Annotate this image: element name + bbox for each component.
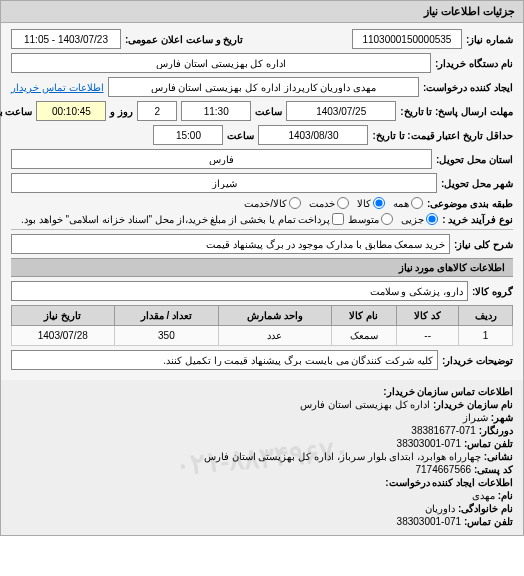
radio-goods[interactable]: کالا <box>357 197 385 209</box>
validity-date-input[interactable] <box>258 125 368 145</box>
contact-req-phone: 071-38303001 <box>397 516 462 527</box>
need-number-input[interactable] <box>352 29 462 49</box>
items-section-title: اطلاعات کالاهای مورد نیاز <box>11 258 513 277</box>
radio-minor[interactable]: جزیی <box>401 213 438 225</box>
cell-qty: 350 <box>114 326 219 346</box>
contact-name: مهدی <box>472 490 495 501</box>
contact-lastname: داوریان <box>425 503 455 514</box>
buyer-org-input[interactable] <box>11 53 431 73</box>
contact-address-label: نشانی: <box>484 451 513 462</box>
category-radio-group: همه کالا خدمت کالا/خدمت <box>244 197 423 209</box>
row-buyer-note: توضیحات خریدار: <box>11 350 513 370</box>
category-label: طبقه بندی موضوعی: <box>427 198 513 209</box>
contact-section: ۰۲۱-۸۸۳۴۹۶۷۰ اطلاعات تماس سازمان خریدار:… <box>1 380 523 535</box>
goods-group-label: گروه کالا: <box>472 286 513 297</box>
treasury-checkbox[interactable]: پرداخت تمام یا بخشی از مبلغ خرید،از محل … <box>21 213 344 225</box>
buyer-org-label: نام دستگاه خریدار: <box>435 58 513 69</box>
th-name: نام کالا <box>331 306 397 326</box>
th-date: تاریخ نیاز <box>12 306 115 326</box>
need-number-label: شماره نیاز: <box>466 34 513 45</box>
requester-section-title: اطلاعات ایجاد کننده درخواست: <box>385 477 513 488</box>
contact-city: شیراز <box>463 412 488 423</box>
th-code: کد کالا <box>397 306 459 326</box>
row-need-number: شماره نیاز: تاریخ و ساعت اعلان عمومی: <box>11 29 513 49</box>
buy-type-label: نوع فرآیند خرید : <box>442 214 513 225</box>
th-unit: واحد شمارش <box>219 306 331 326</box>
row-need-desc: شرح کلی نیاز: <box>11 234 513 254</box>
table-header-row: ردیف کد کالا نام کالا واحد شمارش تعداد /… <box>12 306 513 326</box>
deadline-date-input[interactable] <box>286 101 396 121</box>
deadline-time-label: ساعت <box>255 106 282 117</box>
need-desc-label: شرح کلی نیاز: <box>454 239 513 250</box>
buy-type-radio-group: جزیی متوسط <box>348 213 438 225</box>
row-province: استان محل تحویل: <box>11 149 513 169</box>
cell-row: 1 <box>459 326 513 346</box>
city-input[interactable] <box>11 173 437 193</box>
cell-code: -- <box>397 326 459 346</box>
buyer-contact-link[interactable]: اطلاعات تماس خریدار <box>11 82 104 93</box>
goods-group-input[interactable] <box>11 281 468 301</box>
contact-fax: 071-38381677 <box>411 425 476 436</box>
panel-body: شماره نیاز: تاریخ و ساعت اعلان عمومی: نا… <box>1 23 523 380</box>
cell-name: سمعک <box>331 326 397 346</box>
deadline-time-input[interactable] <box>181 101 251 121</box>
radio-goods-service[interactable]: کالا/خدمت <box>244 197 301 209</box>
row-buyer-org: نام دستگاه خریدار: <box>11 53 513 73</box>
details-panel: جزئیات اطلاعات نیاز شماره نیاز: تاریخ و … <box>0 0 524 536</box>
contact-address: چهارراه هوابرد، ابتدای بلوار سرباز، ادار… <box>204 451 481 462</box>
contact-city-label: شهر: <box>491 412 513 423</box>
items-table: ردیف کد کالا نام کالا واحد شمارش تعداد /… <box>11 305 513 346</box>
requester-label: ایجاد کننده درخواست: <box>423 82 513 93</box>
th-qty: تعداد / مقدار <box>114 306 219 326</box>
table-row: 1 -- سمعک عدد 350 1403/07/28 <box>12 326 513 346</box>
contact-fax-label: دورنگار: <box>479 425 513 436</box>
divider <box>11 229 513 230</box>
deadline-days-label: روز و <box>110 106 133 117</box>
announce-label: تاریخ و ساعت اعلان عمومی: <box>125 34 243 45</box>
province-label: استان محل تحویل: <box>436 154 513 165</box>
contact-postal-label: کد پستی: <box>474 464 513 475</box>
buyer-note-input[interactable] <box>11 350 438 370</box>
requester-input[interactable] <box>108 77 420 97</box>
need-desc-input[interactable] <box>11 234 450 254</box>
row-deadline: مهلت ارسال پاسخ: تا تاریخ: ساعت روز و سا… <box>11 101 513 121</box>
radio-service[interactable]: خدمت <box>309 197 349 209</box>
contact-section-title: اطلاعات تماس سازمان خریدار: <box>383 386 513 397</box>
city-label: شهر محل تحویل: <box>441 178 513 189</box>
contact-lastname-label: نام خانوادگی: <box>458 503 513 514</box>
row-requester: ایجاد کننده درخواست: اطلاعات تماس خریدار <box>11 77 513 97</box>
panel-title: جزئیات اطلاعات نیاز <box>1 1 523 23</box>
deadline-label: مهلت ارسال پاسخ: تا تاریخ: <box>400 106 513 117</box>
validity-label: حداقل تاریخ اعتبار قیمت: تا تاریخ: <box>372 130 513 141</box>
contact-req-phone-label: تلفن تماس: <box>464 516 513 527</box>
validity-time-label: ساعت <box>227 130 254 141</box>
buyer-note-label: توضیحات خریدار: <box>442 355 513 366</box>
contact-phone-label: تلفن تماس: <box>464 438 513 449</box>
validity-time-input[interactable] <box>153 125 223 145</box>
th-row: ردیف <box>459 306 513 326</box>
row-city: شهر محل تحویل: <box>11 173 513 193</box>
row-goods-group: گروه کالا: <box>11 281 513 301</box>
cell-unit: عدد <box>219 326 331 346</box>
announce-input[interactable] <box>11 29 121 49</box>
row-buy-type: نوع فرآیند خرید : جزیی متوسط پرداخت تمام… <box>11 213 513 225</box>
row-validity: حداقل تاریخ اعتبار قیمت: تا تاریخ: ساعت <box>11 125 513 145</box>
contact-org-label: نام سازمان خریدار: <box>433 399 513 410</box>
deadline-remain-input[interactable] <box>36 101 106 121</box>
radio-medium[interactable]: متوسط <box>348 213 393 225</box>
province-input[interactable] <box>11 149 432 169</box>
deadline-days-input[interactable] <box>137 101 177 121</box>
deadline-remain-label: ساعت باقی مانده <box>0 106 32 117</box>
contact-name-label: نام: <box>498 490 513 501</box>
cell-date: 1403/07/28 <box>12 326 115 346</box>
radio-all[interactable]: همه <box>393 197 423 209</box>
contact-phone: 071-38303001 <box>397 438 462 449</box>
row-category: طبقه بندی موضوعی: همه کالا خدمت کالا/خدم… <box>11 197 513 209</box>
contact-postal: 7174667566 <box>415 464 471 475</box>
contact-org: اداره کل بهزیستی استان فارس <box>300 399 430 410</box>
